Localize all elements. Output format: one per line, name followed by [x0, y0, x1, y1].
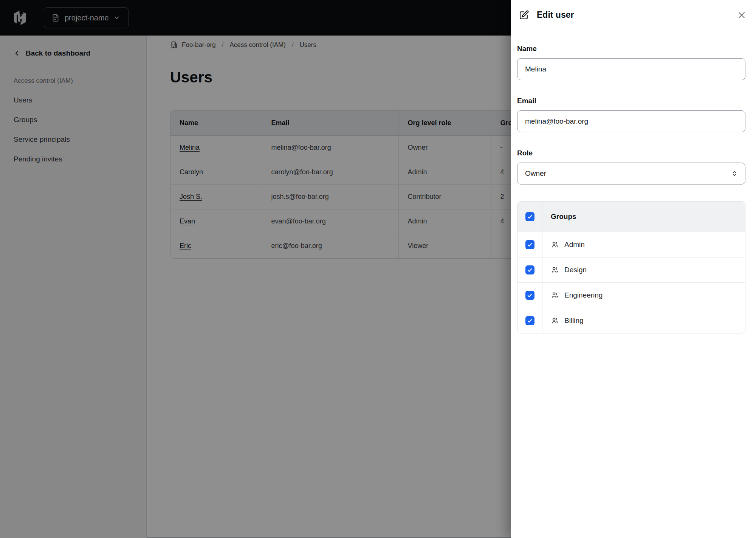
users-icon: [551, 240, 559, 249]
name-input[interactable]: [517, 58, 745, 80]
page-title: Users: [170, 69, 212, 86]
group-row-billing: Billing: [517, 308, 745, 333]
breadcrumb-section-label: Acess control (IAM): [230, 41, 286, 49]
drawer-title: Edit user: [537, 10, 574, 20]
breadcrumb: Foo-bar-org / Acess control (IAM) / User…: [170, 41, 316, 49]
group-row-design: Design: [517, 257, 745, 282]
user-email-cell: josh.s@foo-bar.org: [262, 185, 398, 209]
email-field-group: Email: [517, 97, 745, 132]
check-icon: [527, 267, 533, 273]
group-checkbox[interactable]: [525, 316, 534, 325]
close-icon: [737, 11, 746, 20]
sidebar: Back to dashboard Access control (IAM) U…: [0, 36, 147, 538]
column-header-role: Org level role: [398, 111, 491, 135]
check-icon: [527, 318, 533, 324]
chevron-down-icon: [113, 14, 120, 21]
sidebar-item-pending-invites[interactable]: Pending invites: [14, 155, 146, 163]
group-label: Billing: [564, 316, 584, 325]
edit-icon: [519, 10, 529, 20]
group-label: Engineering: [564, 291, 603, 299]
users-icon: [551, 316, 559, 325]
organization-icon: [170, 41, 178, 49]
email-input[interactable]: [517, 110, 745, 132]
check-icon: [527, 293, 533, 298]
sidebar-item-users[interactable]: Users: [14, 96, 146, 104]
user-name-link[interactable]: Josh S.: [180, 193, 202, 200]
groups-header-label: Groups: [551, 212, 576, 221]
back-to-dashboard-label: Back to dashboard: [26, 49, 90, 57]
user-name-link[interactable]: Melina: [180, 144, 200, 151]
column-header-name: Name: [170, 111, 262, 135]
email-field-label: Email: [517, 97, 745, 105]
group-row-engineering: Engineering: [517, 282, 745, 308]
edit-user-drawer: Edit user Name Email Role Owner: [511, 0, 756, 538]
user-role-cell: Contributor: [398, 185, 491, 209]
user-role-cell: Admin: [398, 209, 491, 234]
group-row-admin: Admin: [517, 232, 745, 257]
document-icon: [51, 13, 60, 22]
breadcrumb-separator: /: [222, 41, 224, 49]
groups-checklist: Groups Admin: [517, 201, 745, 333]
breadcrumb-section[interactable]: Acess control (IAM): [230, 41, 286, 49]
role-select[interactable]: Owner: [517, 163, 745, 185]
role-select-value: Owner: [525, 169, 546, 178]
group-checkbox[interactable]: [525, 291, 534, 300]
sidebar-item-service-principals[interactable]: Service principals: [14, 135, 146, 144]
user-role-cell: Owner: [398, 135, 491, 160]
user-email-cell: eric@foo-bar.org: [262, 234, 398, 258]
breadcrumb-page-label: Users: [300, 41, 316, 49]
breadcrumb-org[interactable]: Foo-bar-org: [170, 41, 216, 49]
chevrons-up-down-icon: [731, 170, 738, 177]
sidebar-section-label: Access control (IAM): [14, 77, 146, 85]
user-email-cell: evan@foo-bar.org: [262, 209, 398, 234]
name-field-group: Name: [517, 45, 745, 80]
user-name-link[interactable]: Evan: [180, 217, 195, 225]
user-role-cell: Admin: [398, 160, 491, 185]
group-label: Design: [564, 266, 587, 274]
drawer-header: Edit user: [511, 0, 756, 30]
user-name-link[interactable]: Eric: [180, 242, 191, 250]
chevron-left-icon: [14, 50, 20, 57]
groups-header-row: Groups: [517, 202, 745, 232]
user-name-link[interactable]: Carolyn: [180, 168, 203, 176]
group-checkbox[interactable]: [525, 265, 534, 274]
role-field-group: Role Owner: [517, 149, 745, 185]
hashicorp-logo-icon[interactable]: [12, 10, 28, 26]
check-icon: [527, 242, 533, 248]
users-icon: [551, 291, 559, 299]
back-to-dashboard-link[interactable]: Back to dashboard: [14, 49, 146, 57]
select-all-groups-checkbox[interactable]: [525, 212, 534, 221]
users-icon: [551, 266, 559, 274]
role-field-label: Role: [517, 149, 745, 157]
sidebar-item-groups[interactable]: Groups: [14, 116, 146, 124]
user-email-cell: melina@foo-bar.org: [262, 135, 398, 160]
project-name-label: project-name: [65, 14, 109, 22]
name-field-label: Name: [517, 45, 745, 53]
breadcrumb-separator: /: [292, 41, 294, 49]
user-email-cell: carolyn@foo-bar.org: [262, 160, 398, 185]
check-icon: [527, 214, 533, 220]
column-header-email: Email: [262, 111, 398, 135]
group-label: Admin: [564, 240, 585, 249]
close-button[interactable]: [737, 11, 746, 20]
group-checkbox[interactable]: [525, 240, 534, 249]
project-switcher-button[interactable]: project-name: [44, 7, 129, 28]
breadcrumb-page[interactable]: Users: [300, 41, 316, 49]
breadcrumb-org-label: Foo-bar-org: [182, 41, 216, 49]
user-role-cell: Viewer: [398, 234, 491, 258]
